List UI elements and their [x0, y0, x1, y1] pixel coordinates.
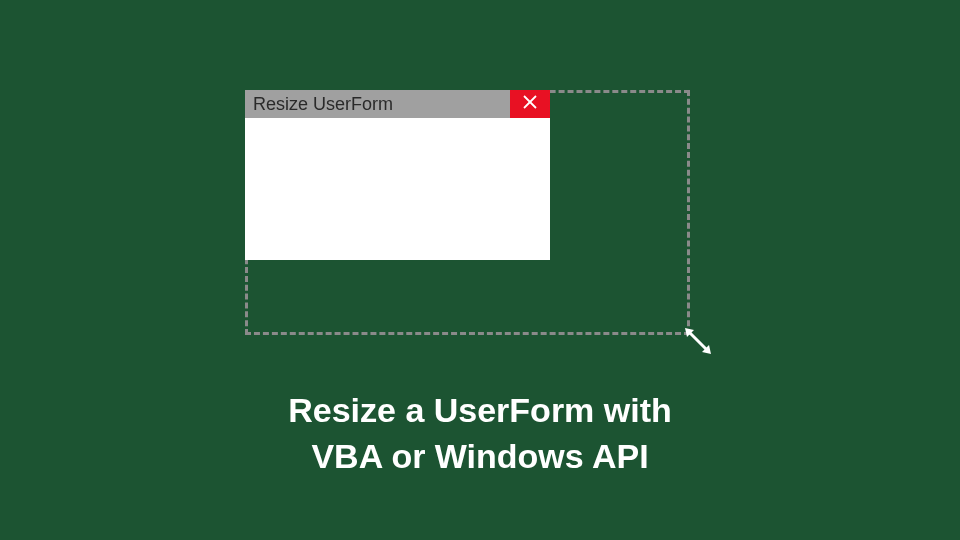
caption-line-1: Resize a UserForm with [0, 388, 960, 434]
titlebar[interactable]: Resize UserForm [245, 90, 550, 118]
svg-line-4 [689, 332, 707, 350]
caption-line-2: VBA or Windows API [0, 434, 960, 480]
caption: Resize a UserForm with VBA or Windows AP… [0, 388, 960, 480]
resize-cursor-icon [683, 326, 713, 356]
close-icon [523, 95, 537, 113]
close-button[interactable] [510, 90, 550, 118]
window-title: Resize UserForm [245, 94, 393, 115]
userform-window: Resize UserForm [245, 90, 550, 260]
